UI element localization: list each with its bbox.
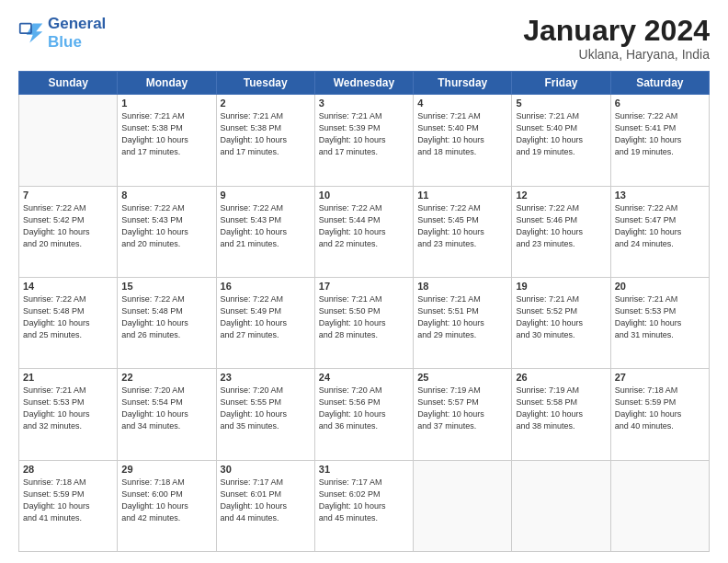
day-info: Sunrise: 7:22 AM Sunset: 5:45 PM Dayligh… bbox=[417, 202, 507, 250]
calendar-cell: 13Sunrise: 7:22 AM Sunset: 5:47 PM Dayli… bbox=[610, 186, 709, 277]
day-info: Sunrise: 7:22 AM Sunset: 5:42 PM Dayligh… bbox=[23, 202, 113, 250]
calendar-cell: 10Sunrise: 7:22 AM Sunset: 5:44 PM Dayli… bbox=[314, 186, 413, 277]
calendar-cell: 7Sunrise: 7:22 AM Sunset: 5:42 PM Daylig… bbox=[19, 186, 118, 277]
location: Uklana, Haryana, India bbox=[523, 47, 710, 62]
header: General Blue January 2024 Uklana, Haryan… bbox=[18, 15, 710, 62]
day-number: 29 bbox=[121, 464, 211, 475]
day-info: Sunrise: 7:22 AM Sunset: 5:44 PM Dayligh… bbox=[319, 202, 409, 250]
calendar-cell: 12Sunrise: 7:22 AM Sunset: 5:46 PM Dayli… bbox=[512, 186, 610, 277]
calendar-cell bbox=[414, 460, 512, 551]
day-info: Sunrise: 7:20 AM Sunset: 5:56 PM Dayligh… bbox=[319, 385, 409, 432]
day-info: Sunrise: 7:21 AM Sunset: 5:53 PM Dayligh… bbox=[615, 293, 705, 341]
day-number: 10 bbox=[319, 190, 409, 201]
page: General Blue January 2024 Uklana, Haryan… bbox=[0, 0, 728, 563]
day-info: Sunrise: 7:22 AM Sunset: 5:48 PM Dayligh… bbox=[23, 293, 113, 341]
calendar-cell: 21Sunrise: 7:21 AM Sunset: 5:53 PM Dayli… bbox=[19, 369, 118, 460]
calendar-cell: 25Sunrise: 7:19 AM Sunset: 5:57 PM Dayli… bbox=[414, 369, 512, 460]
day-number: 15 bbox=[121, 281, 211, 292]
day-number: 20 bbox=[615, 281, 705, 292]
calendar-cell: 14Sunrise: 7:22 AM Sunset: 5:48 PM Dayli… bbox=[19, 277, 118, 368]
calendar-cell: 15Sunrise: 7:22 AM Sunset: 5:48 PM Dayli… bbox=[118, 277, 216, 368]
day-number: 28 bbox=[23, 464, 113, 475]
day-number: 7 bbox=[23, 190, 113, 201]
calendar-cell: 27Sunrise: 7:18 AM Sunset: 5:59 PM Dayli… bbox=[610, 369, 709, 460]
calendar-cell: 9Sunrise: 7:22 AM Sunset: 5:43 PM Daylig… bbox=[216, 186, 314, 277]
calendar-cell bbox=[610, 460, 709, 551]
col-sunday: Sunday bbox=[19, 72, 118, 95]
day-number: 6 bbox=[615, 98, 705, 109]
day-number: 14 bbox=[23, 281, 113, 292]
day-info: Sunrise: 7:21 AM Sunset: 5:51 PM Dayligh… bbox=[417, 293, 507, 341]
calendar: Sunday Monday Tuesday Wednesday Thursday… bbox=[18, 71, 710, 552]
day-info: Sunrise: 7:22 AM Sunset: 5:49 PM Dayligh… bbox=[221, 293, 311, 341]
logo-text: General Blue bbox=[48, 15, 106, 52]
day-info: Sunrise: 7:21 AM Sunset: 5:38 PM Dayligh… bbox=[121, 110, 211, 158]
col-saturday: Saturday bbox=[610, 72, 709, 95]
calendar-week-1: 1Sunrise: 7:21 AM Sunset: 5:38 PM Daylig… bbox=[19, 95, 710, 186]
day-number: 13 bbox=[615, 190, 705, 201]
day-number: 24 bbox=[319, 372, 409, 383]
day-number: 23 bbox=[221, 372, 311, 383]
day-number: 18 bbox=[417, 281, 507, 292]
day-number: 16 bbox=[221, 281, 311, 292]
calendar-cell: 11Sunrise: 7:22 AM Sunset: 5:45 PM Dayli… bbox=[414, 186, 512, 277]
day-number: 8 bbox=[121, 190, 211, 201]
day-number: 25 bbox=[417, 372, 507, 383]
col-friday: Friday bbox=[512, 72, 610, 95]
calendar-cell: 3Sunrise: 7:21 AM Sunset: 5:39 PM Daylig… bbox=[314, 95, 413, 186]
title-block: January 2024 Uklana, Haryana, India bbox=[523, 15, 710, 62]
day-number: 9 bbox=[221, 190, 311, 201]
day-number: 1 bbox=[121, 98, 211, 109]
day-info: Sunrise: 7:21 AM Sunset: 5:40 PM Dayligh… bbox=[417, 110, 507, 158]
calendar-cell: 16Sunrise: 7:22 AM Sunset: 5:49 PM Dayli… bbox=[216, 277, 314, 368]
calendar-cell: 6Sunrise: 7:22 AM Sunset: 5:41 PM Daylig… bbox=[610, 95, 709, 186]
calendar-cell: 29Sunrise: 7:18 AM Sunset: 6:00 PM Dayli… bbox=[118, 460, 216, 551]
day-info: Sunrise: 7:22 AM Sunset: 5:48 PM Dayligh… bbox=[121, 293, 211, 341]
day-info: Sunrise: 7:18 AM Sunset: 6:00 PM Dayligh… bbox=[121, 477, 211, 524]
day-info: Sunrise: 7:22 AM Sunset: 5:43 PM Dayligh… bbox=[121, 202, 211, 250]
calendar-cell: 18Sunrise: 7:21 AM Sunset: 5:51 PM Dayli… bbox=[414, 277, 512, 368]
day-info: Sunrise: 7:21 AM Sunset: 5:50 PM Dayligh… bbox=[319, 293, 409, 341]
calendar-header-row: Sunday Monday Tuesday Wednesday Thursday… bbox=[19, 72, 710, 95]
day-info: Sunrise: 7:21 AM Sunset: 5:53 PM Dayligh… bbox=[23, 385, 113, 432]
calendar-cell: 8Sunrise: 7:22 AM Sunset: 5:43 PM Daylig… bbox=[118, 186, 216, 277]
day-info: Sunrise: 7:19 AM Sunset: 5:57 PM Dayligh… bbox=[417, 385, 507, 432]
day-number: 12 bbox=[516, 190, 606, 201]
day-number: 30 bbox=[221, 464, 311, 475]
calendar-cell: 22Sunrise: 7:20 AM Sunset: 5:54 PM Dayli… bbox=[118, 369, 216, 460]
day-number: 4 bbox=[417, 98, 507, 109]
day-info: Sunrise: 7:21 AM Sunset: 5:40 PM Dayligh… bbox=[516, 110, 606, 158]
calendar-cell: 30Sunrise: 7:17 AM Sunset: 6:01 PM Dayli… bbox=[216, 460, 314, 551]
calendar-cell: 24Sunrise: 7:20 AM Sunset: 5:56 PM Dayli… bbox=[314, 369, 413, 460]
calendar-cell: 5Sunrise: 7:21 AM Sunset: 5:40 PM Daylig… bbox=[512, 95, 610, 186]
day-number: 2 bbox=[221, 98, 311, 109]
col-thursday: Thursday bbox=[414, 72, 512, 95]
calendar-cell: 28Sunrise: 7:18 AM Sunset: 5:59 PM Dayli… bbox=[19, 460, 118, 551]
day-info: Sunrise: 7:22 AM Sunset: 5:46 PM Dayligh… bbox=[516, 202, 606, 250]
day-number: 19 bbox=[516, 281, 606, 292]
calendar-cell: 1Sunrise: 7:21 AM Sunset: 5:38 PM Daylig… bbox=[118, 95, 216, 186]
logo-icon bbox=[18, 20, 44, 46]
calendar-week-2: 7Sunrise: 7:22 AM Sunset: 5:42 PM Daylig… bbox=[19, 186, 710, 277]
calendar-cell: 31Sunrise: 7:17 AM Sunset: 6:02 PM Dayli… bbox=[314, 460, 413, 551]
month-title: January 2024 bbox=[523, 15, 710, 47]
day-number: 3 bbox=[319, 98, 409, 109]
calendar-week-5: 28Sunrise: 7:18 AM Sunset: 5:59 PM Dayli… bbox=[19, 460, 710, 551]
day-info: Sunrise: 7:18 AM Sunset: 5:59 PM Dayligh… bbox=[615, 385, 705, 432]
day-number: 27 bbox=[615, 372, 705, 383]
day-info: Sunrise: 7:17 AM Sunset: 6:02 PM Dayligh… bbox=[319, 477, 409, 524]
day-number: 22 bbox=[121, 372, 211, 383]
day-info: Sunrise: 7:22 AM Sunset: 5:47 PM Dayligh… bbox=[615, 202, 705, 250]
calendar-week-3: 14Sunrise: 7:22 AM Sunset: 5:48 PM Dayli… bbox=[19, 277, 710, 368]
calendar-cell: 19Sunrise: 7:21 AM Sunset: 5:52 PM Dayli… bbox=[512, 277, 610, 368]
day-number: 11 bbox=[417, 190, 507, 201]
day-number: 21 bbox=[23, 372, 113, 383]
calendar-cell: 2Sunrise: 7:21 AM Sunset: 5:38 PM Daylig… bbox=[216, 95, 314, 186]
day-number: 26 bbox=[516, 372, 606, 383]
day-info: Sunrise: 7:21 AM Sunset: 5:39 PM Dayligh… bbox=[319, 110, 409, 158]
calendar-cell: 4Sunrise: 7:21 AM Sunset: 5:40 PM Daylig… bbox=[414, 95, 512, 186]
day-info: Sunrise: 7:20 AM Sunset: 5:54 PM Dayligh… bbox=[121, 385, 211, 432]
day-number: 31 bbox=[319, 464, 409, 475]
day-info: Sunrise: 7:20 AM Sunset: 5:55 PM Dayligh… bbox=[221, 385, 311, 432]
day-number: 17 bbox=[319, 281, 409, 292]
